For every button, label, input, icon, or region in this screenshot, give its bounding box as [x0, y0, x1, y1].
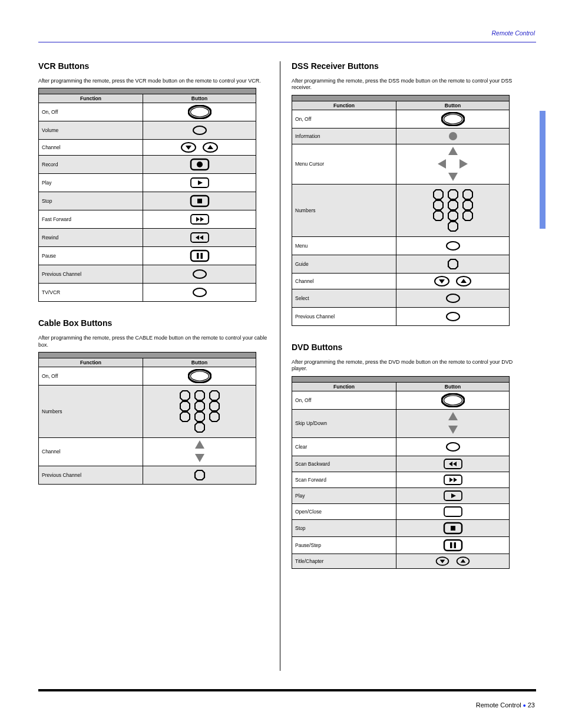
dss-block: DSS Receiver Buttons After programming t…	[292, 61, 524, 326]
button-cell	[143, 437, 256, 466]
play2-icon	[441, 492, 465, 498]
col-function: Function	[39, 94, 143, 103]
button-cell	[396, 255, 510, 274]
button-cell	[396, 519, 510, 536]
function-cell: Channel	[39, 140, 143, 156]
function-cell: Open/Close	[292, 503, 396, 519]
button-cell	[396, 274, 510, 289]
dss-title: DSS Receiver Buttons	[292, 61, 524, 71]
function-cell: Menu	[292, 237, 396, 255]
button-cell	[396, 391, 510, 409]
vcr-title: VCR Buttons	[38, 61, 271, 71]
rew-icon	[187, 235, 213, 241]
button-cell	[396, 128, 510, 144]
table-row: On, Off	[39, 367, 256, 385]
col-function: Function	[292, 101, 396, 110]
chan-icon	[432, 278, 473, 284]
table-row: Scan Forward	[292, 472, 510, 487]
oval-icon	[187, 271, 213, 277]
button-cell	[143, 229, 256, 247]
col-function: Function	[39, 358, 143, 367]
pause2-icon	[441, 542, 465, 548]
button-cell	[396, 487, 510, 503]
table-row: Stop	[292, 519, 510, 536]
footer-rule	[38, 689, 536, 691]
dss-subtitle: After programming the remote, press the …	[292, 78, 524, 91]
table-row: Play	[39, 174, 256, 192]
table-row: Pause/Step	[292, 536, 510, 554]
button-cell	[396, 289, 510, 308]
table-row: Stop	[39, 192, 256, 210]
button-cell	[143, 140, 256, 156]
side-tab	[540, 111, 546, 229]
dvd-title: DVD Buttons	[292, 342, 524, 352]
table-row: Record	[39, 156, 256, 174]
content-area: VCR Buttons After programming the remote…	[38, 61, 536, 684]
header-rule	[38, 42, 536, 42]
table-row: Previous Channel	[39, 265, 256, 284]
button-cell	[143, 265, 256, 284]
function-cell: Record	[39, 156, 143, 174]
table-row: On, Off	[292, 110, 510, 128]
button-cell	[143, 174, 256, 192]
rec-icon	[187, 162, 213, 167]
cable-table: FunctionButton On, OffNumbersChannelPrev…	[38, 352, 256, 485]
function-cell: Pause/Step	[292, 536, 396, 554]
open-icon	[441, 508, 465, 514]
table-row: Play	[292, 487, 510, 503]
oval-icon	[440, 295, 466, 301]
cable-block: Cable Box Buttons After programming the …	[38, 318, 271, 485]
page-header: Remote Control	[0, 0, 562, 48]
octa-icon	[191, 472, 208, 477]
button-cell	[396, 472, 510, 487]
table-row: Previous Channel	[292, 308, 510, 326]
table-row: Menu Cursor	[292, 144, 510, 185]
octa-icon	[445, 261, 461, 266]
oval-icon	[440, 313, 466, 319]
button-cell	[396, 503, 510, 519]
breadcrumb: Remote Control	[491, 29, 535, 37]
page-number: 23	[528, 701, 535, 709]
table-row: TV/VCR	[39, 284, 256, 302]
table-row: Pause	[39, 247, 256, 265]
function-cell: Play	[292, 487, 396, 503]
table-row: Guide	[292, 255, 510, 274]
table-row: Skip Up/Down	[292, 409, 510, 437]
button-cell	[143, 466, 256, 485]
col-button: Button	[396, 101, 510, 110]
function-cell: Select	[292, 289, 396, 308]
stop2-icon	[441, 525, 465, 531]
cable-title: Cable Box Buttons	[38, 318, 271, 328]
function-cell: Scan Forward	[292, 472, 396, 487]
function-cell: Skip Up/Down	[292, 409, 396, 437]
function-cell: On, Off	[292, 391, 396, 409]
vcr-block: VCR Buttons After programming the remote…	[38, 61, 271, 302]
button-cell	[143, 121, 256, 140]
function-cell: Volume	[39, 121, 143, 140]
button-cell	[143, 284, 256, 302]
button-cell	[143, 247, 256, 265]
pause-icon	[187, 253, 213, 259]
col-button: Button	[396, 382, 510, 391]
function-cell: Title/Chapter	[292, 554, 396, 568]
table-row: Rewind	[39, 229, 256, 247]
col-button: Button	[143, 94, 256, 103]
table-row: Information	[292, 128, 510, 144]
ff-icon	[187, 216, 213, 222]
button-cell	[396, 456, 510, 472]
button-cell	[396, 308, 510, 326]
button-cell	[143, 103, 256, 121]
footer-dot-icon: •	[523, 701, 526, 710]
table-row: Channel	[39, 437, 256, 466]
button-cell	[396, 144, 510, 185]
function-cell: Scan Backward	[292, 456, 396, 472]
button-cell	[143, 192, 256, 210]
function-cell: Numbers	[292, 185, 396, 237]
vcr-subtitle: After programming the remote, press the …	[38, 78, 271, 84]
function-cell: Numbers	[39, 385, 143, 437]
button-cell	[396, 437, 510, 456]
col-button: Button	[143, 358, 256, 367]
chan2-icon	[434, 558, 472, 564]
oval-icon	[440, 242, 466, 248]
button-cell	[143, 385, 256, 437]
